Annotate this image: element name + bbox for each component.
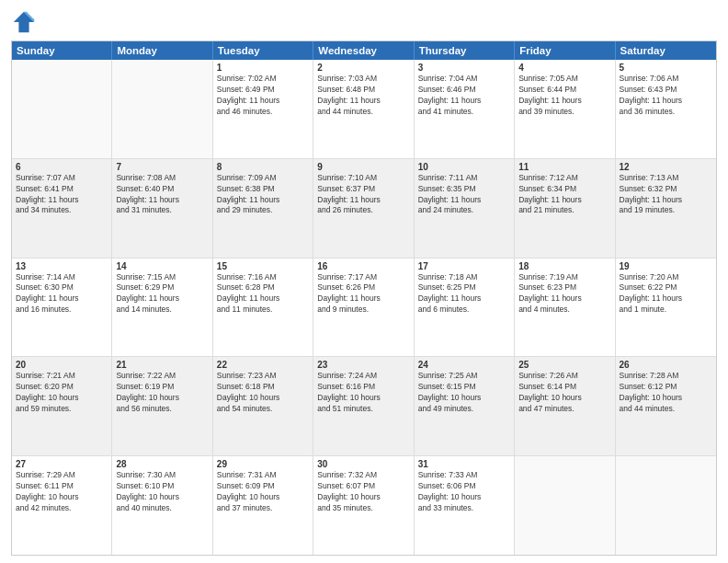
cell-text: Sunrise: 7:29 AM Sunset: 6:11 PM Dayligh… <box>16 470 108 514</box>
calendar-cell: 9Sunrise: 7:10 AM Sunset: 6:37 PM Daylig… <box>313 159 414 258</box>
weekday-header: Thursday <box>415 41 515 60</box>
cell-text: Sunrise: 7:24 AM Sunset: 6:16 PM Dayligh… <box>317 371 409 415</box>
cell-text: Sunrise: 7:23 AM Sunset: 6:18 PM Dayligh… <box>217 371 309 415</box>
cell-text: Sunrise: 7:31 AM Sunset: 6:09 PM Dayligh… <box>217 470 309 514</box>
cell-text: Sunrise: 7:30 AM Sunset: 6:10 PM Dayligh… <box>116 470 208 514</box>
cell-text: Sunrise: 7:14 AM Sunset: 6:30 PM Dayligh… <box>16 272 108 316</box>
cell-text: Sunrise: 7:10 AM Sunset: 6:37 PM Dayligh… <box>317 173 409 217</box>
calendar-cell: 13Sunrise: 7:14 AM Sunset: 6:30 PM Dayli… <box>12 259 112 357</box>
day-number: 8 <box>217 162 309 172</box>
day-number: 1 <box>217 63 309 73</box>
day-number: 23 <box>317 360 409 370</box>
calendar-cell: 10Sunrise: 7:11 AM Sunset: 6:35 PM Dayli… <box>415 159 515 258</box>
calendar-row: 1Sunrise: 7:02 AM Sunset: 6:49 PM Daylig… <box>12 60 716 158</box>
svg-marker-0 <box>14 12 34 32</box>
calendar-row: 13Sunrise: 7:14 AM Sunset: 6:30 PM Dayli… <box>12 258 716 357</box>
day-number: 31 <box>418 459 510 469</box>
day-number: 10 <box>418 162 510 172</box>
calendar-cell <box>12 60 112 158</box>
cell-text: Sunrise: 7:02 AM Sunset: 6:49 PM Dayligh… <box>217 74 309 118</box>
calendar-row: 27Sunrise: 7:29 AM Sunset: 6:11 PM Dayli… <box>12 455 716 555</box>
day-number: 25 <box>518 360 610 370</box>
weekday-header: Saturday <box>616 41 716 60</box>
calendar-row: 6Sunrise: 7:07 AM Sunset: 6:41 PM Daylig… <box>12 158 716 258</box>
header <box>11 9 717 35</box>
cell-text: Sunrise: 7:16 AM Sunset: 6:28 PM Dayligh… <box>217 272 309 316</box>
day-number: 14 <box>116 261 208 271</box>
logo <box>11 9 40 35</box>
day-number: 28 <box>116 459 208 469</box>
calendar-cell: 15Sunrise: 7:16 AM Sunset: 6:28 PM Dayli… <box>213 259 313 357</box>
day-number: 2 <box>317 63 409 73</box>
calendar-cell: 11Sunrise: 7:12 AM Sunset: 6:34 PM Dayli… <box>515 159 615 258</box>
weekday-header: Friday <box>515 41 615 60</box>
calendar-cell: 29Sunrise: 7:31 AM Sunset: 6:09 PM Dayli… <box>213 456 313 555</box>
day-number: 13 <box>16 261 108 271</box>
calendar-cell: 25Sunrise: 7:26 AM Sunset: 6:14 PM Dayli… <box>515 357 615 455</box>
cell-text: Sunrise: 7:05 AM Sunset: 6:44 PM Dayligh… <box>518 74 610 118</box>
day-number: 5 <box>620 63 712 73</box>
calendar-cell: 24Sunrise: 7:25 AM Sunset: 6:15 PM Dayli… <box>415 357 515 455</box>
cell-text: Sunrise: 7:32 AM Sunset: 6:07 PM Dayligh… <box>317 470 409 514</box>
calendar-cell: 22Sunrise: 7:23 AM Sunset: 6:18 PM Dayli… <box>213 357 313 455</box>
calendar-cell: 7Sunrise: 7:08 AM Sunset: 6:40 PM Daylig… <box>112 159 212 258</box>
weekday-header: Sunday <box>12 41 112 60</box>
calendar-cell: 2Sunrise: 7:03 AM Sunset: 6:48 PM Daylig… <box>313 60 414 158</box>
cell-text: Sunrise: 7:04 AM Sunset: 6:46 PM Dayligh… <box>418 74 510 118</box>
logo-icon <box>11 9 37 35</box>
day-number: 15 <box>217 261 309 271</box>
cell-text: Sunrise: 7:12 AM Sunset: 6:34 PM Dayligh… <box>518 173 610 217</box>
cell-text: Sunrise: 7:22 AM Sunset: 6:19 PM Dayligh… <box>116 371 208 415</box>
cell-text: Sunrise: 7:13 AM Sunset: 6:32 PM Dayligh… <box>620 173 712 217</box>
cell-text: Sunrise: 7:21 AM Sunset: 6:20 PM Dayligh… <box>16 371 108 415</box>
cell-text: Sunrise: 7:25 AM Sunset: 6:15 PM Dayligh… <box>418 371 510 415</box>
day-number: 12 <box>620 162 712 172</box>
cell-text: Sunrise: 7:15 AM Sunset: 6:29 PM Dayligh… <box>116 272 208 316</box>
day-number: 18 <box>518 261 610 271</box>
calendar-body: 1Sunrise: 7:02 AM Sunset: 6:49 PM Daylig… <box>12 60 716 555</box>
cell-text: Sunrise: 7:07 AM Sunset: 6:41 PM Dayligh… <box>16 173 108 217</box>
calendar-cell: 21Sunrise: 7:22 AM Sunset: 6:19 PM Dayli… <box>112 357 212 455</box>
calendar-cell: 4Sunrise: 7:05 AM Sunset: 6:44 PM Daylig… <box>515 60 615 158</box>
day-number: 30 <box>317 459 409 469</box>
calendar-cell: 30Sunrise: 7:32 AM Sunset: 6:07 PM Dayli… <box>313 456 414 555</box>
calendar: SundayMondayTuesdayWednesdayThursdayFrid… <box>11 40 717 556</box>
calendar-cell: 12Sunrise: 7:13 AM Sunset: 6:32 PM Dayli… <box>616 159 716 258</box>
day-number: 26 <box>620 360 712 370</box>
calendar-cell <box>112 60 212 158</box>
day-number: 4 <box>518 63 610 73</box>
calendar-header: SundayMondayTuesdayWednesdayThursdayFrid… <box>12 41 716 60</box>
weekday-header: Wednesday <box>313 41 414 60</box>
page: SundayMondayTuesdayWednesdayThursdayFrid… <box>0 0 728 563</box>
calendar-cell: 20Sunrise: 7:21 AM Sunset: 6:20 PM Dayli… <box>12 357 112 455</box>
day-number: 24 <box>418 360 510 370</box>
calendar-cell: 6Sunrise: 7:07 AM Sunset: 6:41 PM Daylig… <box>12 159 112 258</box>
calendar-cell: 3Sunrise: 7:04 AM Sunset: 6:46 PM Daylig… <box>415 60 515 158</box>
calendar-cell <box>515 456 615 555</box>
day-number: 7 <box>116 162 208 172</box>
calendar-cell: 5Sunrise: 7:06 AM Sunset: 6:43 PM Daylig… <box>616 60 716 158</box>
day-number: 6 <box>16 162 108 172</box>
cell-text: Sunrise: 7:28 AM Sunset: 6:12 PM Dayligh… <box>620 371 712 415</box>
weekday-header: Monday <box>112 41 212 60</box>
calendar-cell: 18Sunrise: 7:19 AM Sunset: 6:23 PM Dayli… <box>515 259 615 357</box>
calendar-cell: 26Sunrise: 7:28 AM Sunset: 6:12 PM Dayli… <box>616 357 716 455</box>
day-number: 27 <box>16 459 108 469</box>
day-number: 3 <box>418 63 510 73</box>
day-number: 22 <box>217 360 309 370</box>
cell-text: Sunrise: 7:17 AM Sunset: 6:26 PM Dayligh… <box>317 272 409 316</box>
cell-text: Sunrise: 7:09 AM Sunset: 6:38 PM Dayligh… <box>217 173 309 217</box>
calendar-cell: 23Sunrise: 7:24 AM Sunset: 6:16 PM Dayli… <box>313 357 414 455</box>
calendar-cell: 27Sunrise: 7:29 AM Sunset: 6:11 PM Dayli… <box>12 456 112 555</box>
cell-text: Sunrise: 7:18 AM Sunset: 6:25 PM Dayligh… <box>418 272 510 316</box>
day-number: 29 <box>217 459 309 469</box>
calendar-cell: 1Sunrise: 7:02 AM Sunset: 6:49 PM Daylig… <box>213 60 313 158</box>
day-number: 16 <box>317 261 409 271</box>
day-number: 9 <box>317 162 409 172</box>
cell-text: Sunrise: 7:33 AM Sunset: 6:06 PM Dayligh… <box>418 470 510 514</box>
day-number: 21 <box>116 360 208 370</box>
cell-text: Sunrise: 7:19 AM Sunset: 6:23 PM Dayligh… <box>518 272 610 316</box>
day-number: 20 <box>16 360 108 370</box>
weekday-header: Tuesday <box>213 41 313 60</box>
cell-text: Sunrise: 7:11 AM Sunset: 6:35 PM Dayligh… <box>418 173 510 217</box>
